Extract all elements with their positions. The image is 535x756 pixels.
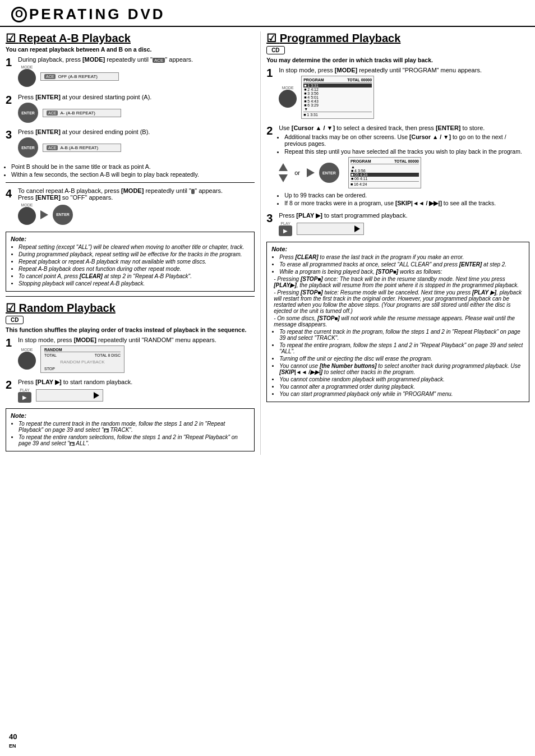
prog-row-2: ■ 2 4:12 <box>303 87 372 91</box>
step-random-2-content: Press [PLAY ▶] to start random playback.… <box>18 379 255 405</box>
prog-note-8: To repeat the entire program, follow the… <box>279 342 524 354</box>
step-ab-1-content: During playback, press [MODE] repeatedly… <box>18 56 255 90</box>
play-triangle-prog <box>354 225 360 232</box>
arrow-up-icon <box>279 163 288 171</box>
step-random-2-diagram: PLAY ▶ <box>18 388 255 403</box>
step-random-1: 1 In stop mode, press [MODE] repeatedly … <box>6 336 255 375</box>
random-checkbox: ☑ <box>6 302 16 314</box>
step-prog-3-num: 3 <box>266 212 279 224</box>
step-ab-2-num: 2 <box>6 94 18 106</box>
random-note-box: Note: To repeat the current track in the… <box>6 408 255 451</box>
step-ab-3-content: Press [ENTER] at your desired ending poi… <box>18 128 255 160</box>
header-title: PERATING DVD <box>29 6 165 23</box>
step-ab-2-diagram: ENTER ACE A- (A-B REPEAT) <box>18 103 255 123</box>
mode-label-4: MODE <box>18 203 36 226</box>
random-title: ☑ Random Playback <box>6 301 255 315</box>
prog-note-13: You can start programmed playback only w… <box>279 391 524 397</box>
ab-note-title: Note: <box>11 236 250 242</box>
ab-note-list: Repeat setting (except "ALL") will be cl… <box>11 244 250 287</box>
ab-note-1: Repeat setting (except "ALL") will be cl… <box>19 244 250 250</box>
prog-screen-1: PROGRAM TOTAL 00000 ■ 1 3:31 ■ 2 4:12 ■ … <box>301 76 374 119</box>
prog-screen-2-rows: ▲ ■ 4 3:56 ■ 05 4:24 ■ 06 4:11 <box>350 165 419 181</box>
step-prog-1-diagram: MODE PROGRAM TOTAL 00000 ■ 1 3:31 ■ 2 4:… <box>279 76 529 119</box>
step-random-1-num: 1 <box>6 336 18 349</box>
random-note-title: Note: <box>11 412 250 419</box>
step-ab-1-text: During playback, press [MODE] repeatedly… <box>18 56 255 63</box>
divider-1 <box>6 182 255 183</box>
step-prog-2-extra-bullets: Up to 99 tracks can be ordered. If 8 or … <box>284 192 529 206</box>
step-random-1-text: In stop mode, press [MODE] repeatedly un… <box>18 336 255 343</box>
step-ab-1-num: 1 <box>6 56 18 68</box>
prog-note-5: - Pressing [STOP■] twice: Resume mode wi… <box>274 289 524 314</box>
random-screen-footer: STOP <box>44 367 121 371</box>
programmed-checkbox: ☑ <box>266 32 276 44</box>
step-prog-2-text: Use [Cursor ▲ / ▼] to select a desired t… <box>279 125 529 131</box>
programmed-section: ☑ Programmed Playback CD You may determi… <box>266 31 529 402</box>
prog-screen-footer: ■ 1 3:31 <box>303 112 372 117</box>
ab-bullet-2: Within a few seconds, the section A-B wi… <box>11 171 255 178</box>
step-prog-2-diagram: or ENTER PROGRAM TOTAL 00000 ▲ ■ 4 3:56 <box>279 157 529 188</box>
random-note-1: To repeat the current track in the rando… <box>19 421 250 433</box>
step-ab-3-diagram: ENTER ACE A-B (A-B REPEAT) <box>18 137 255 158</box>
step-ab-2: 2 Press [ENTER] at your desired starting… <box>6 94 255 125</box>
prog-screen-2-footer: ■ 16 4:24 <box>350 181 419 186</box>
ab-note-3: Repeat playback or repeat A-B playback m… <box>19 259 250 265</box>
step-random-2: 2 Press [PLAY ▶] to start random playbac… <box>6 379 255 405</box>
play-screen-prog <box>297 223 364 235</box>
step-ab-1: 1 During playback, press [MODE] repeated… <box>6 56 255 90</box>
cursor-arrows <box>279 163 288 182</box>
step-ab-3: 3 Press [ENTER] at your desired ending p… <box>6 128 255 160</box>
prog-screen-2-row-up: ▲ <box>350 165 419 169</box>
repeat-ab-title: ☑ Repeat A-B Playback <box>6 31 255 45</box>
step-ab-2-text: Press [ENTER] at your desired starting p… <box>18 94 255 100</box>
prog-row-1: ■ 1 3:31 <box>303 84 372 87</box>
header-circle: O <box>11 7 27 22</box>
random-section: ☑ Random Playback CD This function shuff… <box>6 301 255 451</box>
right-column: ☑ Programmed Playback CD You may determi… <box>261 31 529 455</box>
prog-extra-bullet-2: If 8 or more tracks were in a program, u… <box>284 200 529 206</box>
step-random-2-text: Press [PLAY ▶] to start random playback. <box>18 379 255 386</box>
prog-row-4: ■ 4 5:01 <box>303 95 372 99</box>
enter-button-group-3: ENTER <box>18 137 38 158</box>
programmed-cd-badge: CD <box>266 46 284 54</box>
mode-btn-random: MODE <box>18 348 36 371</box>
play-btn-random: ▶ <box>18 392 31 403</box>
prog-note-title: Note: <box>271 246 524 252</box>
divider-random <box>6 296 255 297</box>
mode-btn-r <box>18 352 36 370</box>
step-prog-3-text: Press [PLAY ▶] to start programmed playb… <box>279 212 529 219</box>
step-ab-3-text: Press [ENTER] at your desired ending poi… <box>18 128 255 135</box>
prog-bullet-1: Additional tracks may be on other screen… <box>284 133 529 147</box>
prog-bullet-2: Repeat this step until you have selected… <box>284 148 529 155</box>
mode-btn <box>18 69 36 87</box>
arrow-down-icon <box>279 174 288 182</box>
step-prog-3-diagram: PLAY ▶ <box>279 222 529 236</box>
ab-note-4: Repeat A-B playback does not function du… <box>19 266 250 272</box>
random-note-list: To repeat the current track in the rando… <box>11 421 250 446</box>
prog-note-3: While a program is being played back, [S… <box>279 269 524 275</box>
page-footer: 40 EN <box>9 732 17 749</box>
repeat-ab-checkbox: ☑ <box>6 32 16 44</box>
prog-note-1: Press [CLEAR] to erase the last track in… <box>279 254 524 260</box>
random-screen: RANDOM TOTALTOTAL 8 DISC RANDOM PLAYBACK… <box>40 345 124 373</box>
random-cd-badge: CD <box>6 316 24 324</box>
prog-row-7: ▼ <box>303 107 372 111</box>
prog-note-10: You cannot use [the Number buttons] to s… <box>279 363 524 375</box>
enter-btn-prog: ENTER <box>319 163 339 183</box>
page-lang: EN <box>9 743 16 749</box>
prog-note-6: - On some discs, [STOP■] will not work w… <box>274 315 524 328</box>
step-ab-2-content: Press [ENTER] at your desired starting p… <box>18 94 255 125</box>
ab-note-6: Stopping playback will cancel repeat A-B… <box>19 280 250 287</box>
step-ab-1-diagram: MODE ACE OFF (A-B REPEAT) <box>18 65 255 88</box>
prog-note-2: To erase all programmed tracks at once, … <box>279 261 524 268</box>
step-ab-4-num: 4 <box>6 187 18 200</box>
ab-note-5: To cancel point A, press [CLEAR] at step… <box>19 273 250 279</box>
repeat-ab-subtitle: You can repeat playback between A and B … <box>6 46 255 53</box>
mode-btn-4 <box>18 207 36 225</box>
prog-screen-header: PROGRAM TOTAL 00000 <box>303 78 372 83</box>
page-number: 40 <box>9 732 17 741</box>
left-column: ☑ Repeat A-B Playback You can repeat pla… <box>6 31 261 455</box>
prog-row-6: ■ 6 3:29 <box>303 103 372 107</box>
page-header: O PERATING DVD <box>0 0 535 27</box>
programmed-subtitle: You may determine the order in which tra… <box>266 57 529 63</box>
